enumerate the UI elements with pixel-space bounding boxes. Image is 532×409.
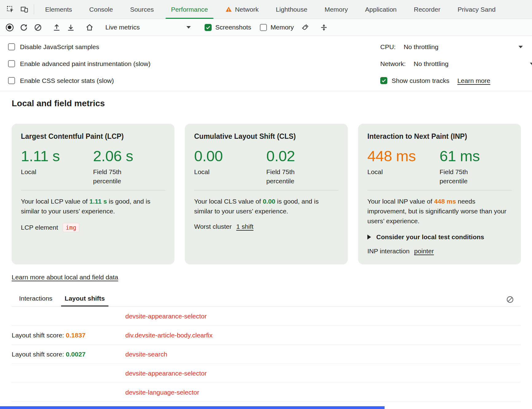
clear-log-button[interactable]: [504, 293, 516, 306]
cpu-value: No throttling: [404, 43, 438, 51]
cls-description: Your local CLS value of 0.00 is good, an…: [194, 197, 338, 216]
tab-lighthouse[interactable]: Lighthouse: [267, 0, 316, 19]
home-button[interactable]: [82, 21, 96, 34]
disclosure-triangle-icon: [367, 235, 371, 240]
setting-label: Enable advanced paint instrumentation (s…: [20, 60, 151, 68]
reload-icon: [20, 23, 28, 32]
divider: [34, 4, 34, 14]
download-icon: [67, 23, 75, 32]
setting-label: Disable JavaScript samples: [20, 43, 99, 51]
layout-shift-row: devsite-appearance-selector: [12, 364, 520, 383]
record-button[interactable]: [2, 21, 17, 34]
tab-label: Privacy Sand: [458, 6, 496, 13]
metric-cards: Largest Contentful Paint (LCP) 1.11 s Lo…: [12, 124, 520, 264]
shift-element-link[interactable]: devsite-appearance-selector: [125, 370, 207, 377]
tab-privacy-sandbox[interactable]: Privacy Sand: [449, 0, 504, 19]
card-title: Interaction to Next Paint (INP): [367, 132, 512, 141]
layout-shift-row: devsite-language-selector: [12, 383, 520, 402]
chevron-down-icon: [518, 46, 523, 48]
inp-interaction-label: INP interaction: [367, 247, 409, 255]
network-throttling-select[interactable]: Network: No throttling: [380, 55, 532, 72]
tab-elements[interactable]: Elements: [37, 0, 81, 19]
checkbox-checked-icon[interactable]: [380, 77, 387, 84]
tab-label: Network: [235, 6, 259, 13]
warning-icon: [225, 6, 232, 13]
upload-icon: [53, 23, 61, 32]
learn-more-local-field-link[interactable]: Learn more about local and field data: [12, 274, 118, 281]
load-profile-button[interactable]: [49, 21, 64, 34]
device-toolbar-icon: [20, 5, 29, 14]
layout-shift-rows: devsite-appearance-selector Layout shift…: [12, 306, 520, 409]
tab-label: Sources: [130, 6, 154, 13]
divider: [194, 190, 338, 190]
cpu-label: CPU:: [380, 43, 396, 51]
memory-checkbox-row[interactable]: Memory: [256, 21, 298, 34]
tab-label: Performance: [171, 6, 208, 13]
checkbox-unchecked-icon[interactable]: [8, 43, 15, 50]
tab-label: Recorder: [414, 6, 440, 13]
lcp-field-value: 2.06 s: [93, 147, 165, 165]
shift-element-link[interactable]: div.devsite-article-body.clearfix: [125, 332, 213, 339]
local-label: Local: [367, 167, 413, 177]
device-toolbar-button[interactable]: [17, 0, 31, 19]
lcp-element-chip[interactable]: img: [63, 223, 79, 232]
cpu-throttling-select[interactable]: CPU: No throttling: [380, 38, 532, 55]
toggle-details-button[interactable]: [317, 21, 331, 34]
lcp-description: Your local LCP value of 1.11 s is good, …: [21, 197, 165, 216]
throttling-settings: CPU: No throttling Network: No throttlin…: [380, 38, 532, 89]
tab-console[interactable]: Console: [81, 0, 122, 19]
tab-sources[interactable]: Sources: [122, 0, 162, 19]
capture-settings: Disable JavaScript samples Enable advanc…: [0, 36, 532, 91]
worst-cluster-link[interactable]: 1 shift: [236, 223, 253, 230]
inp-description: Your local INP value of 448 ms needs imp…: [367, 197, 512, 226]
inspect-element-button[interactable]: [3, 0, 17, 19]
layout-shift-row: devsite-appearance-selector: [12, 307, 520, 326]
tab-layout-shifts[interactable]: Layout shifts: [60, 292, 110, 306]
tab-label: Memory: [325, 6, 348, 13]
lcp-local-value: 1.11 s: [21, 147, 93, 165]
tab-performance[interactable]: Performance: [162, 0, 217, 19]
field-label: Field 75th percentile: [266, 167, 312, 186]
tab-label: Lighthouse: [276, 6, 307, 13]
tab-memory[interactable]: Memory: [316, 0, 357, 19]
screenshots-label: Screenshots: [215, 24, 251, 31]
local-test-conditions-disclosure[interactable]: Consider your local test conditions: [367, 233, 512, 241]
checkbox-unchecked-icon[interactable]: [8, 60, 15, 67]
save-profile-button[interactable]: [64, 21, 78, 34]
divider: [367, 190, 512, 190]
memory-label: Memory: [271, 24, 294, 31]
checkbox-checked-icon[interactable]: [205, 24, 212, 31]
live-metrics-label: Live metrics: [105, 24, 140, 31]
chevron-down-icon: [186, 26, 191, 29]
block-icon: [506, 295, 514, 304]
inp-field-value: 61 ms: [440, 147, 512, 165]
metric-card-cls: Cumulative Layout Shift (CLS) 0.00 Local…: [185, 124, 348, 264]
learn-more-link[interactable]: Learn more: [457, 77, 490, 84]
divider: [21, 190, 165, 190]
card-title: Cumulative Layout Shift (CLS): [194, 132, 338, 141]
card-title: Largest Contentful Paint (LCP): [21, 132, 165, 141]
tab-label: Application: [365, 6, 397, 13]
shift-element-link[interactable]: devsite-language-selector: [125, 389, 199, 396]
broom-icon: [301, 23, 309, 32]
checkbox-unchecked-icon[interactable]: [260, 24, 267, 31]
tab-interactions[interactable]: Interactions: [14, 292, 57, 306]
show-custom-tracks-row[interactable]: Show custom tracks Learn more: [380, 72, 532, 89]
clear-button[interactable]: [31, 21, 45, 34]
tab-application[interactable]: Application: [357, 0, 405, 19]
tab-network[interactable]: Network: [217, 0, 267, 19]
record-and-reload-button[interactable]: [17, 21, 31, 34]
live-metrics-select[interactable]: Live metrics: [101, 21, 196, 34]
layout-shift-row: Layout shift score: 0.1837 div.devsite-a…: [12, 326, 520, 345]
local-label: Local: [194, 167, 240, 177]
devtools-tabbar: Elements Console Sources Performance Net…: [0, 0, 532, 19]
screenshots-checkbox-row[interactable]: Screenshots: [200, 21, 256, 34]
performance-toolbar: Live metrics Screenshots Memory: [0, 19, 532, 36]
shift-element-link[interactable]: devsite-appearance-selector: [125, 313, 207, 320]
collect-garbage-button[interactable]: [298, 21, 312, 34]
checkbox-unchecked-icon[interactable]: [8, 77, 15, 84]
shift-element-link[interactable]: devsite-search: [125, 351, 167, 358]
inp-interaction-link[interactable]: pointer: [414, 247, 434, 255]
tab-recorder[interactable]: Recorder: [405, 0, 449, 19]
worst-cluster-label: Worst cluster: [194, 223, 232, 230]
